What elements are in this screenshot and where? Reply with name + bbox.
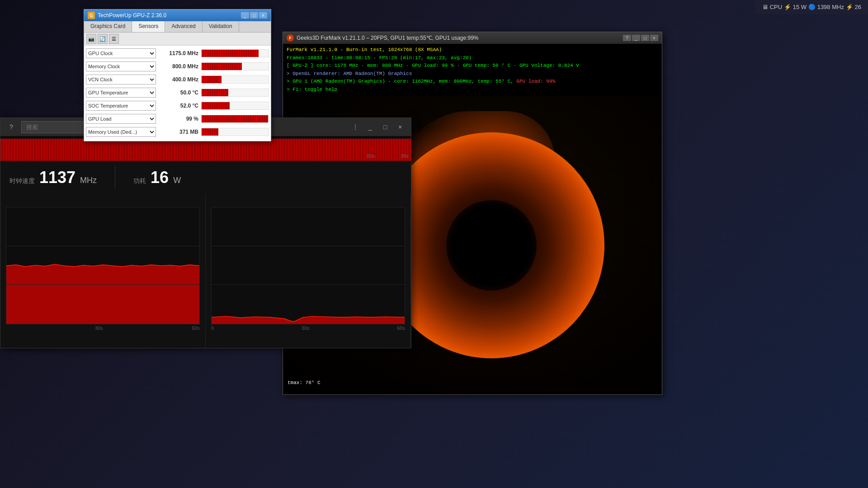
gpuz-value-soc-temp: 52.0 °C [160, 103, 201, 109]
monitor-close-button[interactable]: × [394, 121, 406, 133]
gpuz-win-controls[interactable]: _ □ × [241, 12, 267, 19]
monitor-clock-unit: MHz [80, 176, 97, 185]
monitor-graphs-row: 2250 MHz 1125 MHz 30s 60s [0, 194, 411, 348]
gpuz-select-memory-clock[interactable]: Memory Clock [86, 61, 156, 71]
gpuz-window: G TechPowerUp GPU-Z 2.36.0 _ □ × Graphic… [84, 9, 271, 141]
tab-graphics-card[interactable]: Graphics Card [84, 21, 132, 32]
monitor-search-input[interactable] [21, 121, 94, 133]
furmark-info-line-1: FurMark v1.21.1.0 - Burn-in test, 1024x7… [287, 46, 658, 54]
power-chart-svg [212, 207, 405, 324]
monitor-power-label: 功耗 [133, 177, 146, 185]
furmark-info-line-4: > OpenGL renderer: AMD Radeon(TM) Graphi… [287, 70, 658, 78]
monitor-power-graph-area [211, 207, 405, 324]
svg-marker-0 [6, 264, 199, 324]
gpuz-value-gpu-temp: 50.0 °C [160, 89, 201, 96]
furmark-info-line-6: > F1: toggle help [287, 86, 658, 94]
gpuz-bar-memory-used [201, 128, 269, 136]
gpuz-minimize-button[interactable]: _ [241, 12, 249, 19]
monitor-freq-graph-area [6, 207, 200, 324]
furmark-help-button[interactable]: ? [623, 35, 631, 41]
monitor-freq-xaxis: 30s 60s [6, 324, 200, 332]
gpuz-select-vcn-clock[interactable]: VCN Clock [86, 75, 156, 84]
monitor-power-graph-panel: 100 W 50 W 0 30s 60s [206, 194, 411, 348]
gpuz-camera-button[interactable]: 📷 [86, 34, 96, 44]
gpuz-close-button[interactable]: × [259, 12, 267, 19]
gpuz-label-gpu-temp: GPU Temperature [86, 88, 160, 98]
monitor-minimize-button[interactable]: _ [364, 121, 377, 133]
monitor-win-controls[interactable]: ⋮ _ □ × [349, 121, 406, 133]
furmark-dark-center [446, 200, 537, 291]
gpuz-value-gpu-load: 99 % [160, 116, 201, 122]
taskbar-cpu-label: 🖥 CPU ⚡ 15 W 🔵 1398 MHz ⚡ 26 [762, 4, 861, 10]
gpuz-title-group: G TechPowerUp GPU-Z 2.36.0 [88, 12, 166, 19]
gpuz-row-memory-clock: Memory Clock 800.0 MHz [86, 61, 269, 72]
gpuz-label-vcn-clock: VCN Clock [86, 75, 160, 84]
tab-sensors[interactable]: Sensors [132, 21, 165, 32]
monitor-freq-graph-panel: 2250 MHz 1125 MHz 30s 60s [0, 194, 206, 348]
monitor-help-button[interactable]: ? [5, 121, 18, 133]
gpuz-menu-button[interactable]: ☰ [109, 34, 119, 44]
furmark-info-line-5: > GPU 1 (AMD Radeon(TM) Graphics) - core… [287, 78, 658, 86]
gpuz-row-gpu-temp: GPU Temperature 50.0 °C [86, 87, 269, 99]
gpuz-bar-gpu-clock [201, 49, 269, 57]
monitor-window: ? 🔍 🌐 🔴 1 ⚙ ⏎ ⋮ _ □ × 30s 60s 时钟速度 1137 … [0, 117, 411, 348]
gpuz-select-soc-temp[interactable]: SOC Temperature [86, 101, 156, 111]
gpuz-select-gpu-load[interactable]: GPU Load [86, 114, 156, 124]
gpuz-value-vcn-clock: 400.0 MHz [160, 76, 201, 83]
gpuz-select-memory-used[interactable]: Memory Used (Ded...) [86, 127, 156, 137]
furmark-close-button[interactable]: × [650, 35, 658, 41]
gpuz-label-memory-clock: Memory Clock [86, 61, 160, 71]
taskbar-topright: 🖥 CPU ⚡ 15 W 🔵 1398 MHz ⚡ 26 [755, 0, 868, 14]
tab-advanced[interactable]: Advanced [165, 21, 202, 32]
gpuz-tabs: Graphics Card Sensors Advanced Validatio… [84, 21, 271, 33]
gpuz-bar-vcn-clock [201, 75, 269, 84]
gpuz-label-gpu-load: GPU Load [86, 114, 160, 124]
furmark-minimize-button[interactable]: _ [632, 35, 640, 41]
monitor-power-unit: W [173, 176, 181, 185]
monitor-big-graph-label-30s: 30s [401, 153, 409, 159]
monitor-stats-row: 时钟速度 1137 MHz 功耗 16 W [0, 161, 411, 194]
furmark-temp-overlay: tmax: 76° C [288, 380, 321, 385]
gpuz-row-vcn-clock: VCN Clock 400.0 MHz [86, 74, 269, 85]
gpuz-bar-memory-clock [201, 62, 269, 70]
gpuz-sensor-content: GPU Clock 1175.0 MHz Memory Clock 800.0 … [84, 46, 271, 141]
monitor-clock-label: 时钟速度 [9, 177, 35, 185]
freq-grid-h1 [6, 246, 199, 246]
monitor-power-value: 16 [151, 168, 169, 187]
gpuz-row-gpu-clock: GPU Clock 1175.0 MHz [86, 47, 269, 59]
monitor-more-options[interactable]: ⋮ [349, 121, 362, 133]
gpuz-select-gpu-temp[interactable]: GPU Temperature [86, 88, 156, 98]
gpuz-titlebar: G TechPowerUp GPU-Z 2.36.0 _ □ × [84, 9, 271, 21]
gpuz-row-gpu-load: GPU Load 99 % [86, 113, 269, 125]
power-grid-h2 [212, 284, 405, 285]
furmark-info-line-2: Frames:10033 - time:00:08:15 - FPS:20 (m… [287, 54, 658, 62]
furmark-title-group: F Geeks3D FurMark v1.21.1.0 – 20FPS, GPU… [287, 34, 479, 42]
gpuz-refresh-button[interactable]: 🔄 [98, 34, 108, 44]
gpuz-row-memory-used: Memory Used (Ded...) 371 MB [86, 126, 269, 138]
monitor-maximize-button[interactable]: □ [379, 121, 392, 133]
furmark-title: Geeks3D FurMark v1.21.1.0 – 20FPS, GPU1 … [297, 35, 479, 41]
gpuz-label-soc-temp: SOC Temperature [86, 101, 160, 111]
gpuz-label-gpu-clock: GPU Clock [86, 48, 160, 58]
freq-xaxis-30s: 30s [95, 325, 103, 331]
monitor-clock-value: 1137 [39, 168, 75, 187]
furmark-titlebar: F Geeks3D FurMark v1.21.1.0 – 20FPS, GPU… [283, 32, 662, 44]
gpuz-maximize-button[interactable]: □ [250, 12, 258, 19]
freq-xaxis-60s: 60s [192, 325, 200, 331]
monitor-big-graph-label-60s: 60s [367, 153, 375, 159]
tab-validation[interactable]: Validation [203, 21, 239, 32]
gpuz-label-memory-used: Memory Used (Ded...) [86, 127, 160, 137]
freq-grid-h2 [6, 284, 199, 285]
gpuz-bar-soc-temp [201, 102, 269, 110]
gpuz-select-gpu-clock[interactable]: GPU Clock [86, 48, 156, 58]
furmark-win-controls[interactable]: ? _ □ × [623, 35, 658, 41]
furmark-info-line-3: [ GPU-Z ] core: 1175 MHz · mem: 800 MHz … [287, 62, 658, 70]
furmark-icon: F [287, 34, 294, 42]
furmark-maximize-button[interactable]: □ [641, 35, 649, 41]
furmark-info-panel: FurMark v1.21.1.0 - Burn-in test, 1024x7… [283, 44, 662, 96]
monitor-power-stat: 功耗 16 W [133, 168, 181, 187]
gpuz-bar-gpu-temp [201, 89, 269, 97]
monitor-stat-divider [115, 166, 115, 189]
power-xaxis-60s: 60s [397, 325, 405, 331]
gpuz-value-memory-clock: 800.0 MHz [160, 63, 201, 70]
